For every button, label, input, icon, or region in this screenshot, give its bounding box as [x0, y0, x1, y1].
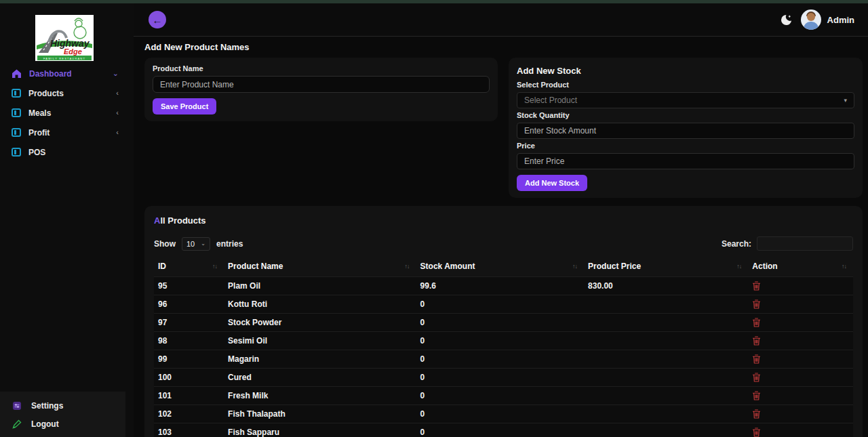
table-title-rest: ll Products — [160, 215, 205, 226]
sort-icon: ↑↓ — [212, 263, 220, 270]
cell-name: Fresh Milk — [224, 387, 416, 405]
delete-row-button[interactable] — [752, 281, 761, 291]
page-title: Add New Product Names — [144, 42, 863, 52]
sidebar-item-label: POS — [28, 148, 45, 157]
cell-id: 97 — [154, 314, 224, 332]
cell-stock: 0 — [416, 369, 584, 387]
topbar: ← Admin — [134, 3, 868, 37]
table-title: All Products — [154, 215, 853, 226]
cell-name: Stock Powder — [224, 314, 416, 332]
cell-stock: 99.6 — [416, 277, 584, 295]
delete-row-button[interactable] — [752, 373, 761, 382]
cell-action — [748, 277, 853, 295]
add-new-stock-button[interactable]: Add New Stock — [517, 175, 587, 191]
select-product-group: Select Product Select Product ▾ — [517, 81, 854, 108]
price-input[interactable] — [517, 153, 854, 169]
column-header-product-name[interactable]: Product Name↑↓ — [224, 256, 416, 277]
sort-icon: ↑↓ — [842, 263, 849, 270]
sidebar-item-label: Meals — [28, 108, 51, 118]
select-product-value: Select Product — [524, 96, 577, 105]
delete-row-button[interactable] — [752, 354, 761, 364]
panel-icon — [12, 89, 21, 98]
sidebar-footer: Settings Logout — [0, 392, 125, 437]
cell-action — [748, 387, 853, 405]
product-name-label: Product Name — [153, 64, 490, 72]
cell-action — [748, 405, 853, 423]
sidebar-item-label: Products — [28, 89, 64, 98]
price-label: Price — [517, 142, 854, 150]
cell-name: Kottu Roti — [224, 295, 416, 314]
table-title-accent: A — [154, 215, 160, 226]
sort-icon: ↑↓ — [405, 263, 412, 270]
cell-price — [584, 405, 748, 423]
sidebar-item-products[interactable]: Products ‹ — [0, 83, 134, 103]
all-products-card: All Products Show 10 ⌄ entries Search: I… — [144, 206, 863, 437]
select-product-dropdown[interactable]: Select Product ▾ — [517, 92, 854, 108]
trash-icon — [752, 299, 761, 309]
panel-icon — [12, 128, 21, 137]
back-button[interactable]: ← — [149, 11, 166, 28]
panel-icon — [12, 148, 21, 157]
column-header-product-price[interactable]: Product Price↑↓ — [584, 256, 748, 277]
cell-action — [748, 423, 853, 437]
delete-row-button[interactable] — [752, 391, 761, 400]
trash-icon — [752, 336, 761, 346]
sidebar-item-meals[interactable]: Meals ‹ — [0, 103, 134, 123]
sort-icon: ↑↓ — [736, 263, 744, 270]
sidebar-item-label: Dashboard — [29, 69, 72, 79]
sidebar-item-logout[interactable]: Logout — [0, 415, 125, 433]
column-header-action[interactable]: Action↑↓ — [748, 256, 853, 277]
sort-icon: ↑↓ — [572, 263, 580, 270]
table-row: 102 Fish Thalapath 0 — [154, 405, 853, 423]
delete-row-button[interactable] — [752, 336, 761, 346]
cell-stock: 0 — [416, 387, 584, 405]
add-stock-heading: Add New Stock — [517, 66, 854, 76]
cell-stock: 0 — [416, 405, 584, 423]
highway-edge-logo-image: Highway Edge FAMILY RESTAURANT — [35, 15, 94, 61]
search-input[interactable] — [757, 236, 853, 251]
stock-quantity-input[interactable] — [517, 123, 854, 139]
avatar — [801, 9, 821, 30]
product-name-input[interactable] — [153, 76, 490, 93]
cell-id: 98 — [154, 332, 224, 350]
stock-quantity-label: Stock Quantity — [517, 111, 854, 119]
home-icon — [12, 69, 22, 79]
sidebar-item-label: Settings — [31, 401, 63, 411]
column-header-stock-amount[interactable]: Stock Amount↑↓ — [416, 256, 584, 277]
back-arrow-icon: ← — [153, 15, 163, 25]
sidebar-item-settings[interactable]: Settings — [0, 396, 125, 415]
add-product-card: Product Name Save Product — [144, 58, 498, 121]
page-size-select[interactable]: 10 ⌄ — [182, 237, 210, 251]
cell-name: Cured — [224, 369, 416, 387]
sidebar-item-label: Profit — [28, 128, 50, 138]
sidebar-item-pos[interactable]: POS — [0, 142, 134, 162]
cell-id: 102 — [154, 405, 224, 423]
delete-row-button[interactable] — [752, 318, 761, 327]
delete-row-button[interactable] — [752, 299, 761, 309]
chevron-left-icon: ‹ — [116, 129, 119, 136]
cell-name: Sesimi Oil — [224, 332, 416, 350]
entries-label: entries — [216, 239, 243, 249]
save-product-button[interactable]: Save Product — [153, 98, 216, 115]
chevron-left-icon: ‹ — [116, 89, 119, 97]
delete-row-button[interactable] — [752, 428, 761, 437]
column-header-id[interactable]: ID↑↓ — [154, 256, 224, 277]
select-product-label: Select Product — [517, 81, 854, 89]
sidebar-item-profit[interactable]: Profit ‹ — [0, 123, 134, 142]
stock-quantity-group: Stock Quantity — [517, 111, 854, 139]
dark-mode-toggle[interactable] — [780, 14, 793, 26]
sidebar-item-dashboard[interactable]: Dashboard ⌄ — [0, 64, 134, 83]
cell-stock: 0 — [416, 423, 584, 437]
trash-icon — [752, 391, 761, 400]
cell-price — [584, 295, 748, 314]
main-content: Add New Product Names Product Name Save … — [134, 37, 868, 437]
trash-icon — [752, 318, 761, 327]
cell-name: Plam Oil — [224, 277, 416, 295]
cell-action — [748, 295, 853, 314]
svg-text:FAMILY RESTAURANT: FAMILY RESTAURANT — [43, 57, 85, 60]
delete-row-button[interactable] — [752, 409, 761, 419]
cell-price: 830.00 — [584, 277, 748, 295]
user-menu[interactable]: Admin — [801, 9, 854, 30]
sidebar-menu: Dashboard ⌄ Products ‹ Meals ‹ Profit ‹ … — [0, 64, 134, 162]
chevron-left-icon: ‹ — [116, 109, 119, 117]
